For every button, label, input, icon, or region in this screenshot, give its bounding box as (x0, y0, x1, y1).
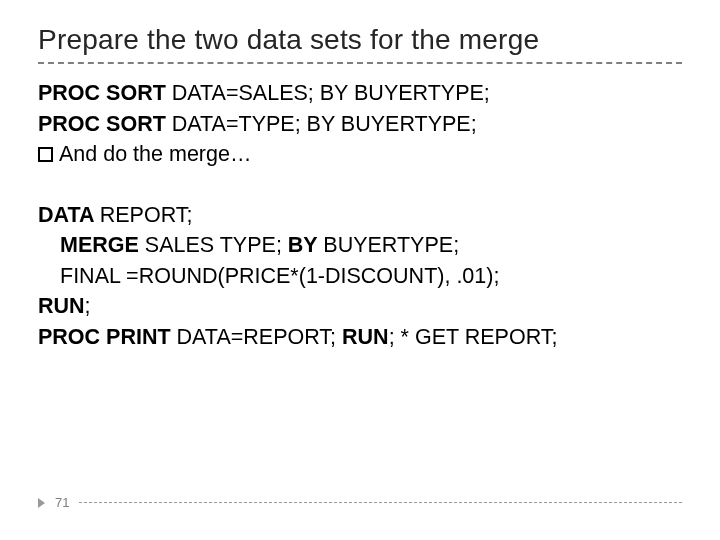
kw-run: RUN (38, 294, 85, 318)
code-line: PROC PRINT DATA=REPORT; RUN; * GET REPOR… (38, 322, 682, 353)
kw-proc-print: PROC PRINT (38, 325, 177, 349)
code-line: MERGE SALES TYPE; BY BUYERTYPE; (38, 230, 682, 261)
bullet-text: And do the merge… (59, 139, 251, 170)
code-text: BUYERTYPE; (323, 233, 459, 257)
code-text: DATA=REPORT; (177, 325, 342, 349)
code-line: RUN; (38, 291, 682, 322)
code-line: PROC SORT DATA=TYPE; BY BUYERTYPE; (38, 109, 682, 140)
code-text: DATA=TYPE; BY BUYERTYPE; (172, 112, 477, 136)
spacer (38, 170, 682, 200)
code-text: ; * GET REPORT; (389, 325, 558, 349)
code-text: DATA=SALES; BY BUYERTYPE; (172, 81, 490, 105)
slide-title: Prepare the two data sets for the merge (38, 24, 682, 64)
footer-divider (79, 502, 682, 503)
square-bullet-icon (38, 147, 53, 162)
slide-body: PROC SORT DATA=SALES; BY BUYERTYPE; PROC… (38, 64, 682, 352)
kw-run: RUN (342, 325, 389, 349)
code-line: FINAL =ROUND(PRICE*(1-DISCOUNT), .01); (38, 261, 682, 292)
kw-merge: MERGE (60, 233, 145, 257)
code-text: ; (85, 294, 91, 318)
code-text: REPORT; (100, 203, 193, 227)
code-text: SALES TYPE; (145, 233, 288, 257)
kw-by: BY (288, 233, 323, 257)
kw-proc-sort: PROC SORT (38, 112, 172, 136)
code-line: DATA REPORT; (38, 200, 682, 231)
triangle-icon (38, 498, 45, 508)
page-number: 71 (55, 495, 69, 510)
kw-data: DATA (38, 203, 100, 227)
bullet-line: And do the merge… (38, 139, 682, 170)
kw-proc-sort: PROC SORT (38, 81, 172, 105)
code-line: PROC SORT DATA=SALES; BY BUYERTYPE; (38, 78, 682, 109)
slide-footer: 71 (38, 495, 682, 510)
